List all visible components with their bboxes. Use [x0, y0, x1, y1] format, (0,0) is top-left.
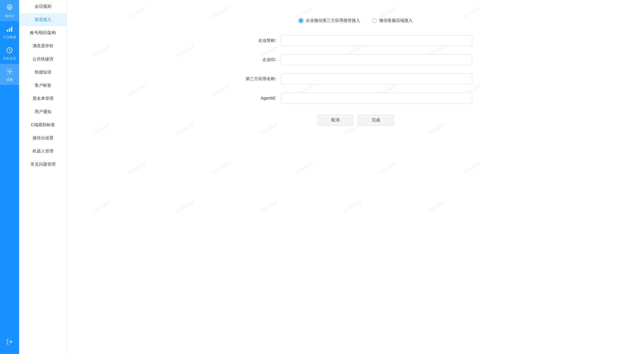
sidebar-item-public-shortcuts[interactable]: 公共快捷语: [19, 53, 67, 66]
icon-nav: 接待台 今日数据 历史会话 设置: [0, 0, 19, 354]
data-icon: [6, 25, 13, 34]
radio-wework-service-label: 微信客服后端接入: [379, 18, 413, 23]
sidebar-item-account-org[interactable]: 账号/组织架构: [19, 26, 67, 39]
sidebar-item-c-bottom-tabs[interactable]: C端底部标签: [19, 118, 67, 132]
radio-wework-third[interactable]: 企业微信第三方应用接管接入: [299, 18, 360, 23]
sidebar-item-blacklist[interactable]: 黑名单管理: [19, 92, 67, 105]
radio-wework-service[interactable]: 微信客服后端接入: [372, 18, 413, 23]
chat-icon: [6, 4, 13, 13]
svg-point-6: [9, 71, 10, 72]
radio-group: 企业微信第三方应用接管接入 微信客服后端接入: [299, 18, 413, 23]
sidebar-item-session-rules[interactable]: 会话规则: [19, 0, 67, 13]
label-agentid: Agentid:: [239, 96, 281, 100]
sidebar-item-user-notify[interactable]: 用户通知: [19, 105, 67, 118]
form-area: 企业微信第三方应用接管接入 微信客服后端接入 企业简称: 企业ID: 第三方应用…: [67, 0, 644, 126]
form-row-company-name: 企业简称:: [239, 35, 472, 46]
sidebar-item-robot-manage[interactable]: 机器人管理: [19, 145, 67, 158]
sidebar-item-channel-access[interactable]: 渠道接入: [19, 13, 67, 26]
button-row: 取消 完成: [239, 115, 472, 126]
sidebar-item-customer-tags[interactable]: 客户标签: [19, 79, 67, 92]
logout-icon: [6, 338, 13, 346]
sidebar-item-reception-settings[interactable]: 接待台设置: [19, 132, 67, 145]
input-company-name[interactable]: [281, 35, 472, 46]
nav-item-data[interactable]: 今日数据: [0, 21, 19, 42]
svg-point-0: [7, 5, 12, 10]
settings-icon: [6, 68, 13, 76]
nav-bottom: [0, 334, 19, 354]
sidebar: 会话规则 渠道接入 账号/组织架构 满意度评价 公共快捷语 快捷短语 客户标签 …: [19, 0, 67, 354]
svg-rect-4: [11, 27, 12, 32]
input-app-name[interactable]: [281, 74, 472, 84]
nav-label-settings: 设置: [6, 77, 13, 82]
radio-wework-third-label: 企业微信第三方应用接管接入: [306, 18, 360, 23]
label-company-id: 企业ID:: [239, 57, 281, 62]
sidebar-item-faq-manage[interactable]: 常见问题管理: [19, 158, 67, 171]
history-icon: [6, 47, 13, 55]
confirm-button[interactable]: 完成: [358, 115, 394, 126]
form-row-agentid: Agentid:: [239, 93, 472, 103]
label-app-name: 第三方应用名称:: [239, 76, 281, 82]
radio-wework-service-circle: [372, 18, 377, 23]
form-row-company-id: 企业ID:: [239, 54, 472, 65]
svg-rect-2: [7, 30, 8, 32]
main-content: xdsuper xdsuper xdsuper xdsuper xdsuper …: [67, 0, 644, 354]
input-agentid[interactable]: [281, 93, 472, 103]
cancel-button[interactable]: 取消: [317, 115, 353, 126]
sidebar-item-shortcuts[interactable]: 快捷短语: [19, 66, 67, 79]
svg-rect-3: [9, 28, 10, 32]
nav-item-logout[interactable]: [0, 334, 19, 349]
form-body: 企业简称: 企业ID: 第三方应用名称: Agentid: 取消 完成: [239, 35, 472, 126]
nav-item-chat[interactable]: 接待台: [0, 0, 19, 21]
nav-label-data: 今日数据: [3, 35, 16, 39]
sidebar-item-satisfaction[interactable]: 满意度评价: [19, 39, 67, 53]
nav-label-history: 历史会话: [3, 56, 16, 61]
form-row-app-name: 第三方应用名称:: [239, 74, 472, 84]
input-company-id[interactable]: [281, 54, 472, 65]
nav-item-settings[interactable]: 设置: [0, 64, 19, 85]
label-company-name: 企业简称:: [239, 38, 281, 43]
nav-label-chat: 接待台: [5, 14, 15, 18]
nav-item-history[interactable]: 历史会话: [0, 42, 19, 64]
radio-wework-third-circle: [299, 18, 303, 23]
